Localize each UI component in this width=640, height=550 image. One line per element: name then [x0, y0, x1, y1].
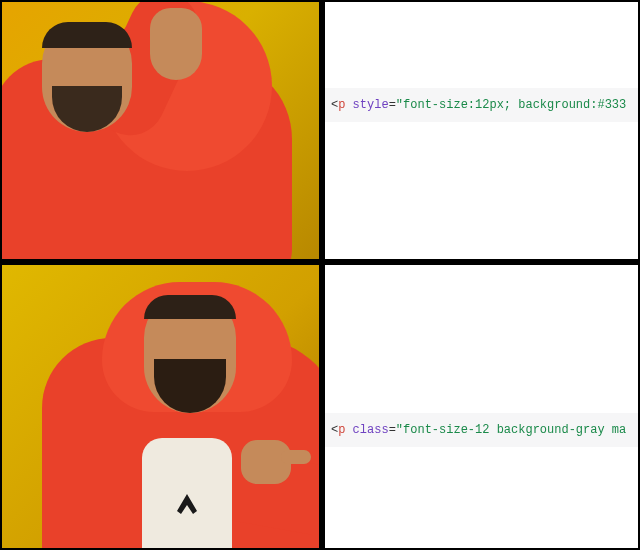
panel-code-reject: <p style="font-size:12px; background:#33…: [322, 0, 640, 262]
drake-reject-figure: [2, 2, 319, 259]
quote-open: ": [396, 423, 403, 437]
point-hand-icon: [241, 440, 291, 484]
reject-hand-icon: [150, 8, 202, 80]
code-snippet-inline-style: <p style="font-size:12px; background:#33…: [325, 88, 638, 122]
attr-value: font-size-12 background-gray ma: [403, 423, 626, 437]
equals: =: [389, 98, 396, 112]
attr-name: style: [353, 98, 389, 112]
space: [345, 423, 352, 437]
shirt-icon: [142, 438, 232, 550]
panel-drake-approve: [0, 262, 322, 550]
panel-code-approve: <p class="font-size-12 background-gray m…: [322, 262, 640, 550]
space: [345, 98, 352, 112]
face-icon: [144, 295, 236, 413]
equals: =: [389, 423, 396, 437]
code-snippet-utility-class: <p class="font-size-12 background-gray m…: [325, 413, 638, 447]
quote-open: ": [396, 98, 403, 112]
drake-approve-figure: [2, 265, 319, 548]
panel-drake-reject: [0, 0, 322, 262]
attr-name: class: [353, 423, 389, 437]
meme-grid: <p style="font-size:12px; background:#33…: [0, 0, 640, 550]
face-icon: [42, 22, 132, 132]
attr-value: font-size:12px; background:#333: [403, 98, 626, 112]
